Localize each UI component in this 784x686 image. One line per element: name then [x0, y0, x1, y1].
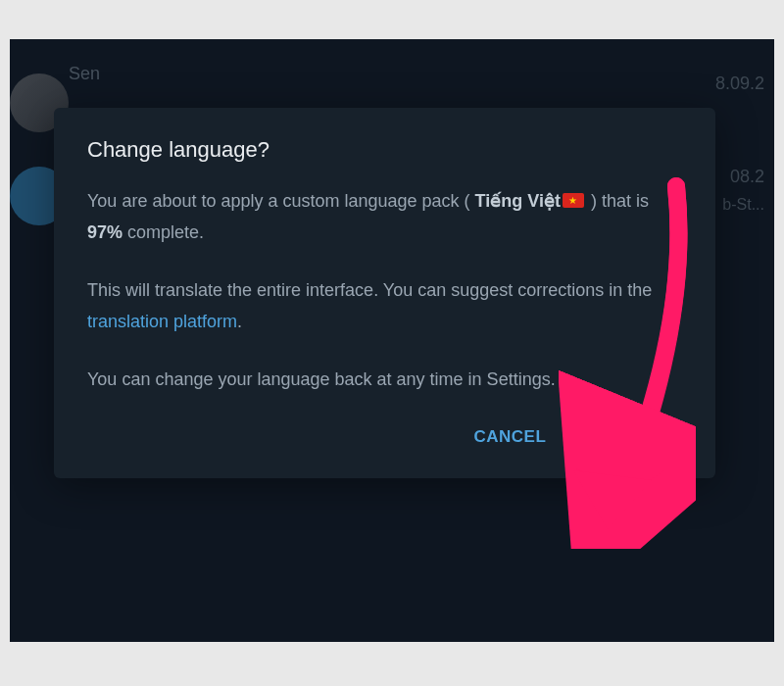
chat-date: 8.09.2 [715, 74, 764, 94]
dialog-text: . [237, 312, 242, 331]
dialog-text: You are about to apply a custom language… [87, 191, 475, 211]
dialog-paragraph: This will translate the entire interface… [87, 275, 682, 337]
dialog-paragraph: You are about to apply a custom language… [87, 186, 682, 248]
svg-marker-1 [573, 470, 652, 529]
chat-subtitle: b-St... [722, 196, 764, 214]
translation-platform-link[interactable]: translation platform [87, 312, 237, 331]
change-language-dialog: Change language? You are about to apply … [54, 108, 715, 478]
dialog-actions: CANCEL CHANGE [87, 419, 682, 455]
language-name: Tiếng Việt [475, 191, 561, 211]
dialog-text: ) that is [586, 191, 649, 211]
dialog-paragraph: You can change your language back at any… [87, 365, 682, 396]
cancel-button[interactable]: CANCEL [469, 419, 550, 455]
app-background: Sen 8.09.2 08.2 b-St... Change language?… [10, 39, 774, 642]
dialog-title: Change language? [87, 137, 682, 163]
chat-date: 08.2 [730, 167, 764, 187]
chat-name-partial: Sen [69, 64, 100, 84]
dialog-text: This will translate the entire interface… [87, 280, 652, 300]
dialog-text: complete. [122, 222, 204, 242]
change-button[interactable]: CHANGE [589, 419, 672, 455]
dialog-body: You are about to apply a custom language… [87, 186, 682, 396]
vietnam-flag-icon [563, 193, 584, 208]
completion-percent: 97% [87, 222, 122, 242]
